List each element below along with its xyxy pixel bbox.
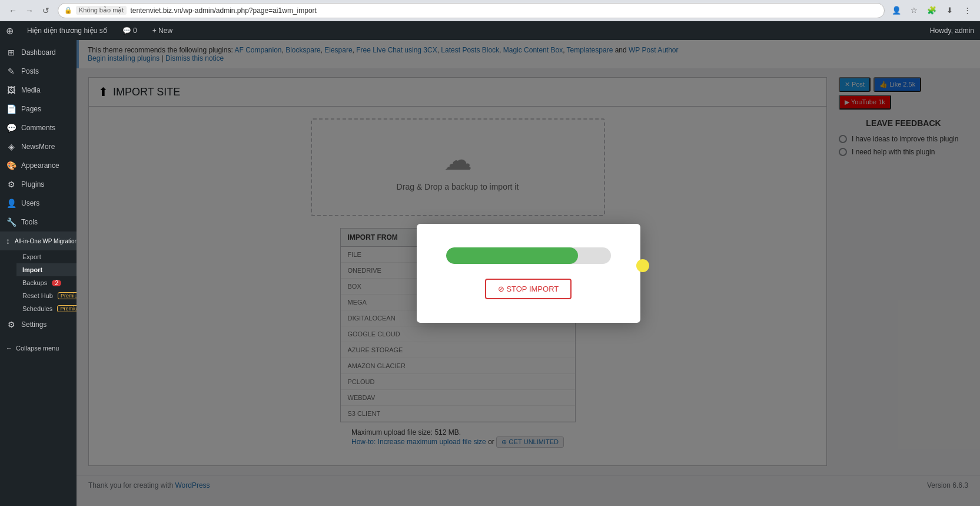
sidebar-item-users[interactable]: 👤 Users [0,194,77,213]
wp-main: ⊞ Dashboard ✎ Posts 🖼 Media 📄 Pages 💬 Co… [0,40,980,506]
media-icon: 🖼 [6,85,16,95]
admin-bar-new[interactable]: + New [148,27,177,35]
schedules-premium-badge: Premium [57,305,77,312]
sidebar-item-media[interactable]: 🖼 Media [0,81,77,100]
wp-content: This theme recommends the following plug… [77,40,980,506]
admin-bar-site[interactable]: Hiện diện thương hiệu số [22,27,112,35]
pages-icon: 📄 [6,104,16,114]
sidebar-item-schedules[interactable]: Schedules Premium [16,302,77,315]
users-icon: 👤 [6,199,16,208]
plugins-icon: ⚙ [6,180,16,189]
sidebar-item-plugins[interactable]: ⚙ Plugins [0,175,77,194]
sidebar-item-appearance[interactable]: 🎨 Appearance [0,156,77,175]
tools-icon: 🔧 [6,217,16,227]
reload-button[interactable]: ↺ [39,4,53,18]
backups-badge: 2 [52,280,61,286]
browser-actions: 👤 ☆ 🧩 ⬇ ⋮ [889,4,974,18]
url-text: tentenviet.biz.vn/wp-admin/admin.php?pag… [130,6,878,15]
admin-bar-comments[interactable]: 💬 0 [118,27,142,35]
progress-container: 80.10% [446,247,611,264]
sidebar-item-import[interactable]: Import [16,263,77,276]
sidebar-item-dashboard[interactable]: ⊞ Dashboard [0,43,77,62]
security-label: Không bảo mật [76,6,127,15]
cursor-indicator [636,259,649,272]
modal-overlay: 80.10% ⊘ STOP IMPORT [77,40,980,506]
browser-nav: ← → ↺ [6,4,53,18]
collapse-icon: ← [6,345,12,352]
settings-icon: ⚙ [6,320,16,329]
comments-icon: 💬 [6,123,16,133]
forward-button[interactable]: → [22,4,36,18]
sidebar-item-reset-hub[interactable]: Reset Hub Premium [16,289,77,302]
address-bar[interactable]: 🔒 Không bảo mật tentenviet.biz.vn/wp-adm… [58,3,885,18]
appearance-icon: 🎨 [6,161,16,170]
posts-icon: ✎ [6,67,16,76]
bookmark-icon[interactable]: ☆ [907,4,921,18]
sidebar-item-posts[interactable]: ✎ Posts [0,62,77,81]
sidebar-item-pages[interactable]: 📄 Pages [0,100,77,118]
reset-hub-premium-badge: Premium [58,292,77,299]
all-in-one-icon: ↕ [6,236,10,246]
admin-bar-howdy: Howdy, admin [930,27,974,35]
progress-bar-background: 80.10% [446,247,611,264]
menu-icon[interactable]: ⋮ [960,4,974,18]
stop-import-button[interactable]: ⊘ STOP IMPORT [485,279,572,299]
lock-icon: 🔒 [64,6,72,14]
sidebar-item-comments[interactable]: 💬 Comments [0,118,77,137]
dashboard-icon: ⊞ [6,48,16,57]
wp-sidebar: ⊞ Dashboard ✎ Posts 🖼 Media 📄 Pages 💬 Co… [0,40,77,506]
sidebar-item-newsmore[interactable]: ◈ NewsMore [0,137,77,156]
import-progress-modal: 80.10% ⊘ STOP IMPORT [417,224,640,323]
newsmore-icon: ◈ [6,142,16,151]
collapse-menu[interactable]: ← Collapse menu [0,340,77,356]
sidebar-item-tools[interactable]: 🔧 Tools [0,213,77,231]
sidebar-item-export[interactable]: Export [16,250,77,263]
wp-admin-bar: ⊕ Hiện diện thương hiệu số 💬 0 + New How… [0,21,980,40]
sidebar-item-all-in-one[interactable]: ↕ All-in-One WP Migration [0,231,77,250]
extensions-icon[interactable]: 🧩 [925,4,939,18]
sidebar-item-settings[interactable]: ⚙ Settings [0,315,77,334]
profile-icon[interactable]: 👤 [889,4,903,18]
sidebar-item-backups[interactable]: Backups 2 [16,276,77,289]
download-icon[interactable]: ⬇ [942,4,956,18]
aio-submenu: Export Import Backups 2 Reset Hub Premiu… [0,250,77,315]
back-button[interactable]: ← [6,4,20,18]
wp-logo-icon[interactable]: ⊕ [6,25,14,37]
progress-bar-fill [446,247,578,264]
browser-chrome: ← → ↺ 🔒 Không bảo mật tentenviet.biz.vn/… [0,0,980,21]
